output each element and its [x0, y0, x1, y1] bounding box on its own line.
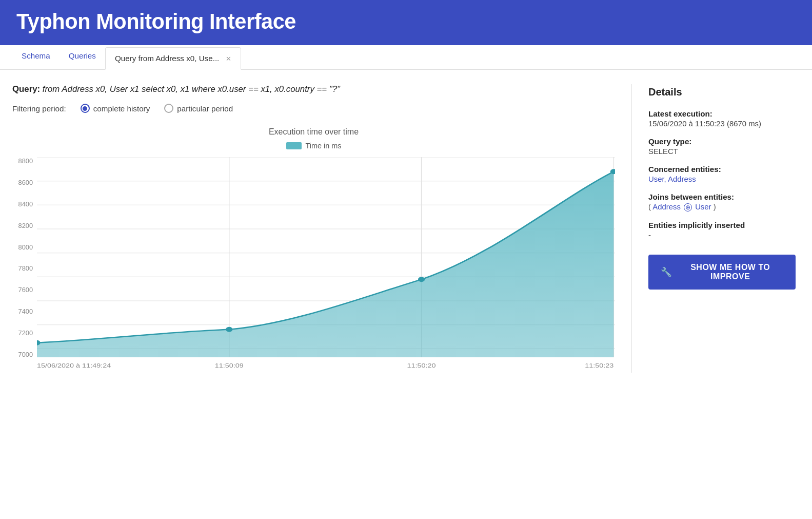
tab-query-detail[interactable]: Query from Address x0, Use... ✕ [105, 47, 241, 70]
query-title: Query: from Address x0, User x1 select x… [12, 84, 615, 94]
svg-text:11:50:20: 11:50:20 [407, 362, 436, 369]
show-improve-button[interactable]: 🔧 SHOW ME HOW TO IMPROVE [648, 255, 796, 290]
app-header: Typhon Monitoring Interface [0, 0, 812, 45]
radio-circle-complete [81, 104, 90, 113]
radio-label-particular: particular period [177, 104, 233, 113]
details-title: Details [648, 86, 796, 98]
filter-label: Filtering period: [12, 104, 66, 113]
svg-text:11:50:09: 11:50:09 [215, 362, 244, 369]
implicitly-inserted-label: Entities implicitly inserted [648, 221, 796, 229]
chart-title: Execution time over time [12, 127, 615, 137]
radio-label-complete: complete history [93, 104, 150, 113]
content-left: Query: from Address x0, User x1 select x… [12, 84, 615, 373]
latest-execution-block: Latest execution: 15/06/2020 à 11:50:23 … [648, 109, 796, 128]
latest-execution-label: Latest execution: [648, 109, 796, 118]
query-type-value: SELECT [648, 147, 796, 156]
join-entity-user[interactable]: User [695, 203, 711, 211]
radio-circle-particular [164, 104, 173, 113]
app-title: Typhon Monitoring Interface [16, 9, 796, 34]
y-axis: 8800 8600 8400 8200 8000 7800 7600 7400 … [12, 157, 37, 373]
tab-schema[interactable]: Schema [12, 45, 60, 70]
latest-execution-value: 15/06/2020 à 11:50:23 (8670 ms) [648, 120, 796, 128]
chart-wrap: 8800 8600 8400 8200 8000 7800 7600 7400 … [12, 157, 615, 373]
data-point-2 [418, 277, 425, 282]
chart-container: Execution time over time Time in ms 8800… [12, 127, 615, 373]
chart-svg: 15/06/2020 à 11:49:24 11:50:09 11:50:20 … [37, 157, 615, 373]
chart-legend: Time in ms [12, 142, 615, 150]
tab-bar: Schema Queries Query from Address x0, Us… [0, 45, 812, 70]
radio-particular-period[interactable]: particular period [164, 104, 233, 113]
concerned-entities-value[interactable]: User, Address [648, 175, 796, 183]
joins-value: ( Address ⊕ User ) [648, 203, 796, 212]
tab-close-icon[interactable]: ✕ [226, 55, 231, 63]
data-point-1 [226, 327, 232, 332]
query-text: from Address x0, User x1 select x0, x1 w… [43, 84, 340, 94]
entity-user[interactable]: User [648, 175, 664, 183]
radio-complete-history[interactable]: complete history [81, 104, 150, 113]
join-plus-icon: ⊕ [684, 203, 692, 212]
query-type-block: Query type: SELECT [648, 137, 796, 156]
svg-text:11:50:23: 11:50:23 [585, 362, 613, 369]
entity-address[interactable]: Address [668, 175, 696, 183]
main-content: Query: from Address x0, User x1 select x… [0, 70, 812, 387]
svg-text:15/06/2020 à 11:49:24: 15/06/2020 à 11:49:24 [37, 362, 111, 369]
legend-label: Time in ms [306, 142, 342, 150]
concerned-entities-label: Concerned entities: [648, 165, 796, 174]
improve-button-label: SHOW ME HOW TO IMPROVE [678, 263, 784, 281]
legend-swatch [286, 142, 302, 149]
wrench-icon: 🔧 [661, 267, 672, 278]
chart-svg-area: 15/06/2020 à 11:49:24 11:50:09 11:50:20 … [37, 157, 615, 373]
joins-label: Joins between entities: [648, 193, 796, 201]
concerned-entities-block: Concerned entities: User, Address [648, 165, 796, 183]
tab-queries[interactable]: Queries [60, 45, 105, 70]
implicitly-inserted-value: - [648, 231, 796, 239]
filter-row: Filtering period: complete history parti… [12, 104, 615, 113]
join-entity-address[interactable]: Address [652, 203, 681, 211]
details-sidebar: Details Latest execution: 15/06/2020 à 1… [631, 84, 796, 373]
implicitly-inserted-block: Entities implicitly inserted - [648, 221, 796, 239]
query-type-label: Query type: [648, 137, 796, 146]
joins-block: Joins between entities: ( Address ⊕ User… [648, 193, 796, 212]
